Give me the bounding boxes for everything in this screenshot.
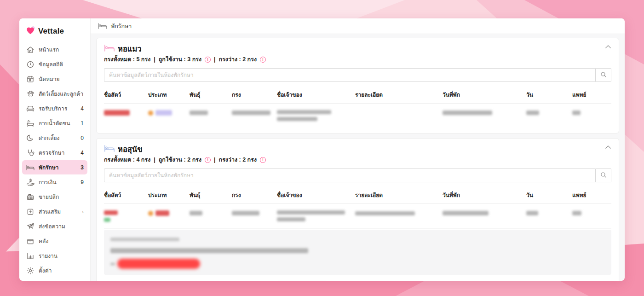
cash-register-icon <box>26 192 34 201</box>
sofa-icon <box>26 104 34 113</box>
sidebar-item-label: ข้อมูลสถิติ <box>39 60 84 69</box>
sidebar-item-count: 1 <box>80 120 84 127</box>
paw-icon <box>26 89 34 98</box>
search-button[interactable] <box>596 168 611 182</box>
column-header: กรง <box>232 87 277 103</box>
days-cell <box>526 204 572 223</box>
redacted-text <box>277 117 317 121</box>
vet-cell <box>572 104 611 123</box>
details-cell <box>355 277 443 281</box>
stats-separator: | <box>154 56 155 63</box>
sidebar-item-count: 4 <box>80 150 84 156</box>
sidebar-item-bathtub[interactable]: อาบน้ำตัดขน1 <box>22 116 87 130</box>
sidebar-item-calendar[interactable]: นัดหมาย <box>22 72 87 86</box>
cages-total: กรงทั้งหมด : 5 กรง <box>104 55 150 64</box>
redacted-text <box>355 211 415 215</box>
pet-name-cell <box>104 104 148 122</box>
sidebar-item-label: พักรักษา <box>39 163 76 172</box>
stats-separator: | <box>214 157 216 163</box>
column-header: รายละเอียด <box>355 87 443 103</box>
info-icon[interactable]: ! <box>260 157 266 163</box>
ward-header: หอสุนัข <box>104 143 611 155</box>
sidebar-item-stethoscope[interactable]: ตรวจรักษา4 <box>22 145 87 160</box>
stats-separator: | <box>214 56 216 63</box>
sidebar-item-label: สัตว์เลี้ยงและลูกค้า <box>39 89 84 98</box>
column-header: พันธุ์ <box>190 87 232 103</box>
page-header: พักรักษา <box>91 18 625 34</box>
redacted-text <box>232 110 270 115</box>
stats-separator: | <box>154 157 155 163</box>
sidebar-item-label: ฝากเลี้ยง <box>39 133 76 142</box>
sidebar-item-gauge[interactable]: ข้อมูลสถิติ <box>22 57 87 71</box>
ward-title: หอสุนัข <box>118 143 142 155</box>
search-icon <box>600 71 607 80</box>
info-icon[interactable]: ! <box>205 57 211 63</box>
info-icon[interactable]: ! <box>205 157 211 163</box>
sidebar-item-moon[interactable]: ฝากเลี้ยง0 <box>22 131 87 145</box>
sidebar-item-label: ส่งข้อความ <box>39 222 84 231</box>
sidebar-item-label: อาบน้ำตัดขน <box>39 119 76 128</box>
collapse-chevron-up-icon[interactable] <box>605 145 611 149</box>
column-header: พันธุ์ <box>190 187 232 203</box>
search-input[interactable] <box>104 68 596 82</box>
redacted-text <box>148 110 153 116</box>
sidebar-item-sofa[interactable]: รอรับบริการ4 <box>22 101 87 116</box>
table-header-row: ชื่อสัตว์ประเภทพันธุ์กรงชื่อเจ้าของรายละ… <box>104 187 611 204</box>
owner-cell <box>277 204 355 228</box>
column-header: ชื่อสัตว์ <box>104 87 148 103</box>
sidebar-item-cash-register[interactable]: ขายปลีก <box>22 190 87 204</box>
search-input[interactable] <box>104 168 596 182</box>
search-button[interactable] <box>596 68 611 82</box>
sidebar-nav: หน้าแรกข้อมูลสถิตินัดหมายสัตว์เลี้ยงและล… <box>19 42 90 278</box>
sidebar-item-bar-chart[interactable]: รายงาน <box>22 249 87 263</box>
info-icon[interactable]: ! <box>260 57 266 63</box>
owner-cell <box>277 104 355 128</box>
sidebar-item-paper-plane[interactable]: ส่งข้อความ <box>22 219 87 233</box>
checkin-cell <box>443 204 526 223</box>
money-hand-icon <box>26 178 34 186</box>
sidebar-item-bed[interactable]: พักรักษา3 <box>22 160 87 174</box>
checkin-cell: 14 ก.พ. 2567 17:15 <box>443 277 526 281</box>
redacted-note-label <box>110 235 605 243</box>
bar-chart-icon <box>26 251 34 260</box>
main-area: พักรักษา หอแมวกรงทั้งหมด : 5 กรง|ถูกใช้ง… <box>91 18 625 281</box>
sidebar-item-count: 9 <box>80 179 84 186</box>
sidebar-item-label: ส่วนเสริม <box>39 207 78 216</box>
table-row-redacted <box>104 104 611 128</box>
redacted-text <box>148 211 153 216</box>
redacted-text <box>443 211 489 215</box>
sidebar-item-inventory-box[interactable]: คลัง <box>22 234 87 248</box>
moon-icon <box>26 133 34 142</box>
bed-icon <box>26 163 34 172</box>
owner-cell <box>277 277 355 281</box>
brand-logo[interactable]: Vettale <box>19 24 90 42</box>
sidebar-item-gear[interactable]: ตั้งค่า <box>22 263 87 278</box>
brand-name: Vettale <box>38 27 64 36</box>
sidebar-item-plus-square[interactable]: ส่วนเสริม› <box>22 204 87 219</box>
sidebar-item-label: ตั้งค่า <box>39 266 84 275</box>
sidebar-item-home[interactable]: หน้าแรก <box>22 42 87 57</box>
table-row[interactable]: โฮ่งสุนัขโกลเดน รีทรีฟเวอร์หอต้าวโกลเด้น… <box>104 277 611 281</box>
gauge-icon <box>26 60 34 69</box>
redacted-text <box>277 110 331 114</box>
pet-name-cell <box>104 204 148 228</box>
sidebar-item-count: 3 <box>80 164 84 171</box>
redacted-text <box>117 259 200 269</box>
column-header: ชื่อสัตว์ <box>104 187 148 203</box>
redacted-text <box>443 110 492 115</box>
redacted-text <box>526 211 538 215</box>
cages-used: ถูกใช้งาน : 3 กรง <box>159 55 201 64</box>
vet-cell: จุ๊บ <box>572 277 611 281</box>
redacted-text <box>572 211 581 215</box>
inventory-box-icon <box>26 237 34 245</box>
sidebar-item-money-hand[interactable]: การเงิน9 <box>22 175 87 189</box>
bed-icon <box>98 23 107 29</box>
redacted-text <box>104 110 130 116</box>
table-header-row: ชื่อสัตว์ประเภทพันธุ์กรงชื่อเจ้าของรายละ… <box>104 87 611 104</box>
collapse-chevron-up-icon[interactable] <box>605 45 611 49</box>
breed-cell <box>190 104 232 123</box>
sidebar-item-paw[interactable]: สัตว์เลี้ยงและลูกค้า <box>22 87 87 101</box>
table-row-redacted <box>104 204 611 229</box>
redacted-text <box>110 262 115 266</box>
pet-type-cell <box>148 104 190 122</box>
